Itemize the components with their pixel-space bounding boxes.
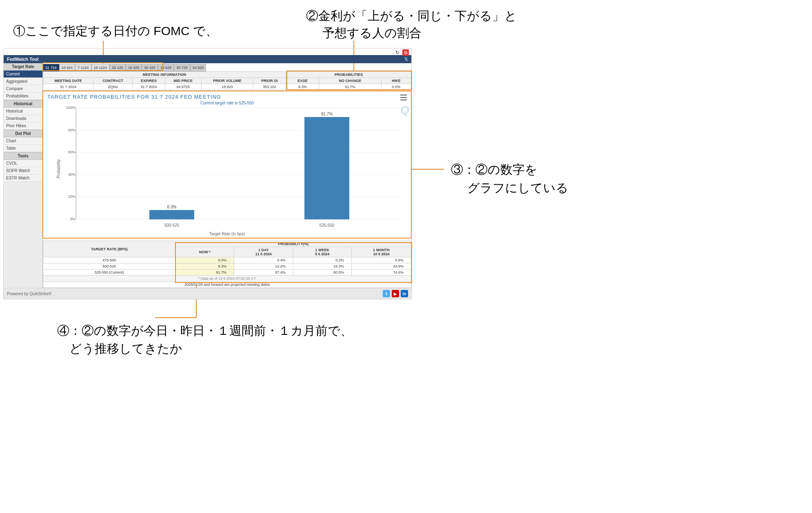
sidebar-header-historical: Historical [4, 100, 42, 108]
sidebar: Target Rate Current Aggregated Compare P… [4, 63, 43, 288]
sidebar-item-historical[interactable]: Historical [4, 108, 42, 115]
sidebar-item-prior-hikes[interactable]: Prior Hikes [4, 122, 42, 130]
prob-ease: 8.3% [286, 84, 319, 90]
date-tab-5[interactable]: 19 325 [126, 64, 142, 71]
chart-container: TARGET RATE PROBABILITIES FOR 31 7 2024 … [43, 91, 411, 238]
sidebar-item-compare[interactable]: Compare [4, 85, 42, 93]
mi-volume: 18,820 [202, 84, 253, 90]
sidebar-item-sofr-watch[interactable]: SOFR Watch [4, 167, 42, 175]
sidebar-item-current[interactable]: Current [4, 71, 42, 78]
history-table: TARGET RATE (BPS) PROBABILITY(%) NOW * 1… [43, 241, 411, 276]
title-bar: FedWatch Tool 𝕏 [4, 55, 411, 63]
annotation-4-line2: どう推移してきたか [69, 340, 182, 357]
hist-col-1day: 1 DAY11 6 2024 [234, 247, 293, 257]
date-tab-7[interactable]: 18 625 [158, 64, 174, 71]
ytick: 100% [65, 106, 75, 110]
date-tab-9[interactable]: 24 925 [190, 64, 206, 71]
annotation-2-line1: ②金利が「上がる・同じ・下がる」と [306, 7, 517, 24]
annotation-4-line1: ④：②の数字が今日・昨日・１週間前・１カ月前で、 [57, 322, 353, 339]
hist-projnote: 2025/01/29 and forward are projected mee… [43, 282, 411, 288]
date-tabs: 31 72418 9247 112418 122429 12519 32530 … [43, 64, 411, 71]
hist-rate: 500-525 [43, 263, 176, 270]
prob-h-hike: HIKE [382, 78, 411, 84]
hist-1month: 24.6% [351, 263, 411, 270]
hist-1week: 19.3% [293, 263, 351, 270]
bar-525-550: 91.7% [304, 117, 349, 219]
mi-contract: ZQN4 [93, 84, 133, 90]
chart-title: TARGET RATE PROBABILITIES FOR 31 7 2024 … [47, 94, 407, 100]
hist-col-1week: 1 WEEK5 6 2024 [293, 247, 351, 257]
sidebar-item-downloads[interactable]: Downloads [4, 115, 42, 122]
annotation-1: ①ここで指定する日付の FOMC で、 [13, 22, 218, 40]
mi-oi: 353,102 [253, 84, 286, 90]
sidebar-header-tools: Tools [4, 152, 42, 160]
date-tab-4[interactable]: 29 125 [109, 64, 126, 71]
date-tab-3[interactable]: 18 1224 [91, 64, 110, 71]
hist-1day: 0.4% [234, 257, 293, 263]
hist-1month: 74.6% [351, 270, 411, 276]
annotation-3-line1: ③：②の数字を [451, 161, 537, 178]
twitter-icon[interactable]: 𝕏 [404, 57, 408, 62]
prob-nochange: 91.7% [319, 84, 382, 90]
mi-mid: 94.6725 [165, 84, 202, 90]
hist-now: 8.3% [175, 263, 234, 270]
sidebar-item-dot-chart[interactable]: Chart [4, 137, 42, 145]
date-tab-8[interactable]: 30 725 [174, 64, 190, 71]
mi-h-oi: PRIOR OI [253, 78, 286, 84]
popout-icon[interactable]: ⧉ [402, 49, 409, 56]
prob-h-nochange: NO CHANGE [319, 78, 382, 84]
hist-1week: 0.2% [293, 257, 351, 263]
chart-menu-icon[interactable] [400, 95, 407, 100]
hist-rate: 475-500 [43, 257, 176, 263]
fedwatch-tool-frame: ↻ ⧉ FedWatch Tool 𝕏 Target Rate Current … [3, 48, 412, 299]
hist-1day: 87.4% [234, 270, 293, 276]
xcat: 525-550 [304, 223, 349, 228]
date-tab-2[interactable]: 7 1124 [75, 64, 91, 71]
date-tab-6[interactable]: 30 425 [142, 64, 158, 71]
sidebar-item-estr-watch[interactable]: ESTR Watch [4, 175, 42, 182]
footer-youtube-icon[interactable]: ▶ [392, 290, 399, 297]
footer-twitter-icon[interactable]: t [383, 290, 390, 297]
mi-h-contract: CONTRACT [93, 78, 133, 84]
chart-ylabel: Probability [56, 159, 61, 179]
hist-now: 0.0% [175, 257, 234, 263]
bar-label: 91.7% [304, 112, 349, 116]
sidebar-item-aggregated[interactable]: Aggregated [4, 78, 42, 85]
footer-linkedin-icon[interactable]: in [401, 290, 408, 297]
ytick: 0% [65, 217, 75, 221]
hist-1day: 12.2% [234, 263, 293, 270]
window-controls: ↻ ⧉ [394, 49, 409, 56]
hist-1month: 0.8% [351, 257, 411, 263]
mi-h-volume: PRIOR VOLUME [202, 78, 253, 84]
bar-label: 8.3% [149, 205, 194, 209]
title-text: FedWatch Tool [7, 57, 39, 62]
ytick: 20% [65, 195, 75, 199]
sidebar-header-dotplot: Dot Plot [4, 130, 42, 137]
ytick: 60% [65, 150, 75, 154]
annotation-3-line2: グラフにしている [467, 179, 568, 197]
powered-by-text: Powered by QuikStrike® [7, 292, 51, 296]
annotation-line-4h [155, 317, 197, 318]
chart-plot: Probability 0%20%40%60%80%100% 8.3%91.7%… [64, 108, 403, 230]
bar-500-525: 8.3% [149, 210, 194, 219]
date-tab-0[interactable]: 31 724 [43, 64, 59, 71]
mi-h-expires: EXPIRES [133, 78, 165, 84]
sidebar-item-probabilities[interactable]: Probabilities [4, 93, 42, 100]
sidebar-item-cvol[interactable]: CVOL [4, 160, 42, 167]
meeting-info-section: MEETING INFORMATION [43, 72, 286, 78]
social-icons: t ▶ in [383, 290, 408, 297]
date-tab-1[interactable]: 18 924 [59, 64, 75, 71]
history-row: 525-550 (Current)91.7%87.4%80.5%74.6% [43, 270, 411, 276]
prob-section: PROBABILITIES [286, 72, 411, 78]
hist-rate: 525-550 (Current) [43, 270, 176, 276]
chart-xlabel: Target Rate (in bps) [47, 232, 407, 236]
history-row: 475-5000.0%0.4%0.2%0.8% [43, 257, 411, 263]
mi-h-mid: MID PRICE [165, 78, 202, 84]
annotation-line-3 [410, 169, 444, 170]
prob-hike: 0.0% [382, 84, 411, 90]
hist-col-now: NOW * [175, 247, 234, 257]
hist-col-1month: 1 MONTH10 5 2024 [351, 247, 411, 257]
sidebar-item-dot-table[interactable]: Table [4, 145, 42, 152]
refresh-icon[interactable]: ↻ [394, 49, 401, 56]
footer-bar: Powered by QuikStrike® t ▶ in [4, 288, 411, 299]
